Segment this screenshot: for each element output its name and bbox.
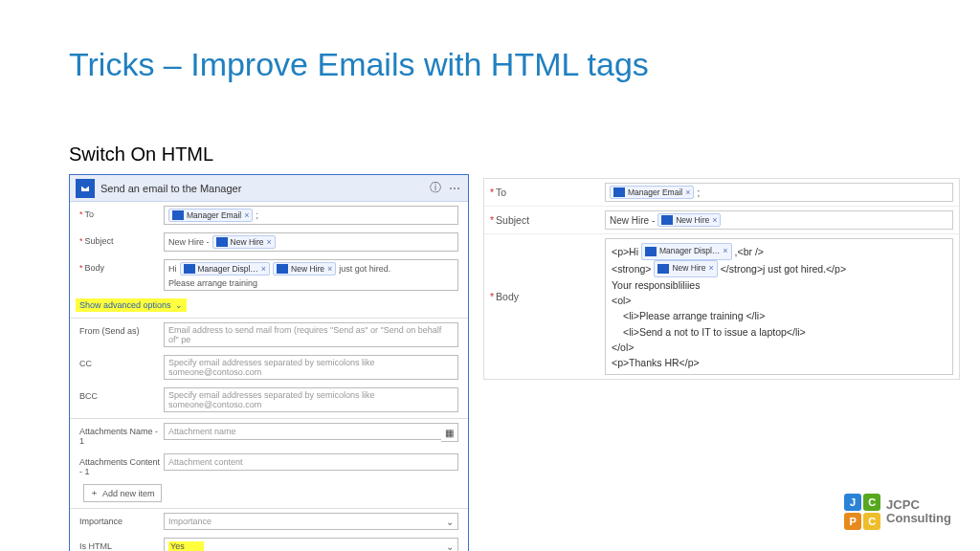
input-bcc[interactable]: Specify email addresses separated by sem…: [164, 387, 458, 412]
chip-new-hire[interactable]: New Hire×: [654, 260, 717, 277]
input-to[interactable]: Manager Email× ;: [164, 206, 458, 225]
body-code: <li>Please arrange training </li>: [612, 308, 947, 323]
flow-action-card: Send an email to the Manager ⓘ ⋯ *To Man…: [69, 174, 469, 551]
chip-manager-email[interactable]: Manager Email×: [168, 209, 253, 222]
chip-manager-display[interactable]: Manager Displ…×: [180, 262, 271, 276]
body-text: Please arrange training: [168, 278, 257, 288]
text-separator: ;: [256, 210, 258, 220]
chip-remove-icon[interactable]: ×: [261, 264, 266, 274]
chevron-down-icon: ⌄: [446, 541, 454, 551]
body-code: <ol>: [612, 293, 947, 308]
card-title: Send an email to the Manager: [100, 183, 424, 194]
plus-icon: ＋: [90, 487, 99, 499]
row-from: From (Send as) Email address to send mai…: [70, 318, 468, 351]
dynamics-icon: [216, 237, 228, 247]
html-preview-card: *To Manager Email× ; *Subject New Hire -…: [483, 178, 960, 380]
is-html-value: Yes: [168, 541, 204, 551]
dynamics-icon: [657, 264, 669, 274]
label-body: *Body: [79, 259, 164, 273]
info-icon[interactable]: ⓘ: [428, 181, 443, 196]
row-subject: *Subject New Hire - New Hire×: [70, 229, 468, 255]
body-text: just got hired.: [339, 264, 390, 274]
body-code: ,<br />: [735, 244, 764, 259]
body-text: Hi: [168, 264, 177, 274]
show-advanced-toggle[interactable]: Show advanced options⌄: [76, 298, 187, 312]
body-code: <p>Hi: [612, 244, 638, 259]
chip-remove-icon[interactable]: ×: [327, 264, 332, 274]
row-body: *Body <p>Hi Manager Displ…× ,<br /> <str…: [484, 234, 959, 379]
logo-tile-c: C: [863, 494, 880, 511]
dynamics-icon: [645, 247, 657, 256]
row-body: *Body Hi Manager Displ…× New Hire× just …: [70, 255, 468, 295]
chip-remove-icon[interactable]: ×: [266, 237, 271, 247]
dynamics-icon: [661, 215, 673, 225]
brand-logo: J C P C JCPC Consulting: [844, 494, 951, 530]
row-att-name: Attachments Name - 1 Attachment name ▦: [70, 418, 468, 450]
chip-new-hire[interactable]: New Hire×: [273, 262, 336, 276]
label-subject: *Subject: [490, 214, 605, 226]
input-subject[interactable]: New Hire - New Hire×: [164, 232, 458, 252]
chip-remove-icon[interactable]: ×: [712, 215, 717, 225]
svg-rect-0: [79, 183, 91, 194]
text-subject-prefix: New Hire -: [168, 237, 210, 247]
chip-remove-icon[interactable]: ×: [685, 187, 690, 197]
field-to[interactable]: Manager Email× ;: [605, 183, 953, 202]
logo-tile-j: J: [844, 494, 861, 511]
field-subject[interactable]: New Hire - New Hire×: [605, 210, 953, 230]
add-new-item-button[interactable]: ＋Add new item: [83, 484, 162, 502]
body-code: </strong>j ust got hired.</p>: [721, 261, 846, 276]
text-separator: ;: [697, 187, 700, 198]
logo-tile-c2: C: [863, 513, 880, 530]
label-importance: Importance: [79, 513, 164, 526]
slide-subtitle: Switch On HTML: [69, 143, 213, 165]
label-body: *Body: [490, 238, 605, 302]
dynamics-icon: [277, 264, 288, 274]
chip-new-hire[interactable]: New Hire×: [212, 235, 276, 249]
input-att-name[interactable]: Attachment name ▦: [164, 423, 458, 440]
outlook-icon: [76, 179, 95, 198]
input-importance[interactable]: Importance ⌄: [164, 513, 458, 530]
body-code: <strong>: [612, 261, 651, 276]
dynamics-icon: [613, 187, 625, 197]
label-subject: *Subject: [79, 232, 164, 246]
chip-manager-display[interactable]: Manager Displ…×: [641, 243, 732, 260]
row-is-html: Is HTML Yes ⌄: [70, 534, 468, 551]
chevron-down-icon: ⌄: [175, 300, 183, 310]
card-header[interactable]: Send an email to the Manager ⓘ ⋯: [70, 175, 468, 202]
row-importance: Importance Importance ⌄: [70, 508, 468, 534]
row-subject: *Subject New Hire - New Hire×: [484, 207, 959, 234]
input-att-content[interactable]: Attachment content: [164, 453, 458, 471]
body-code: Your responsibliliies: [612, 277, 947, 293]
label-bcc: BCC: [79, 387, 164, 401]
label-cc: CC: [79, 355, 164, 368]
dynamics-icon: [172, 210, 184, 220]
more-icon[interactable]: ⋯: [447, 181, 462, 196]
label-from: From (Send as): [79, 322, 164, 336]
chip-remove-icon[interactable]: ×: [723, 245, 727, 258]
input-is-html[interactable]: Yes ⌄: [164, 538, 458, 551]
label-is-html: Is HTML: [79, 538, 164, 551]
body-code: </ol>: [612, 340, 947, 355]
slide-title: Tricks – Improve Emails with HTML tags: [69, 46, 649, 83]
input-cc[interactable]: Specify email addresses separated by sem…: [164, 355, 458, 380]
row-to: *To Manager Email× ;: [70, 202, 468, 229]
field-body[interactable]: <p>Hi Manager Displ…× ,<br /> <strong> N…: [605, 238, 953, 375]
label-att-name: Attachments Name - 1: [79, 423, 164, 446]
row-bcc: BCC Specify email addresses separated by…: [70, 384, 468, 416]
dynamic-content-icon[interactable]: ▦: [441, 423, 458, 442]
label-to: *To: [79, 206, 164, 219]
chip-remove-icon[interactable]: ×: [244, 210, 249, 220]
row-att-content: Attachments Content - 1 Attachment conte…: [70, 450, 468, 480]
logo-tile-p: P: [844, 513, 861, 530]
subject-prefix: New Hire -: [610, 215, 655, 226]
input-from[interactable]: Email address to send mail from (require…: [164, 322, 458, 347]
chip-remove-icon[interactable]: ×: [708, 262, 713, 276]
label-to: *To: [490, 187, 605, 198]
chip-manager-email[interactable]: Manager Email×: [610, 186, 694, 199]
body-code: <li>Send a not to IT to issue a laptop</…: [612, 324, 947, 340]
logo-text: JCPC Consulting: [886, 498, 951, 526]
logo-tiles: J C P C: [844, 494, 880, 530]
chip-new-hire[interactable]: New Hire×: [657, 213, 721, 227]
row-cc: CC Specify email addresses separated by …: [70, 351, 468, 384]
input-body[interactable]: Hi Manager Displ…× New Hire× just got hi…: [164, 259, 458, 291]
